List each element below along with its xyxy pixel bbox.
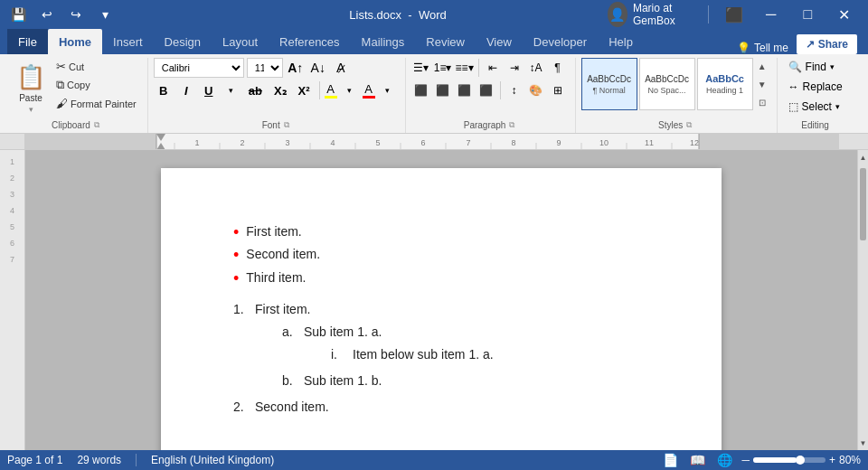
font-expander[interactable]: ⧉	[284, 120, 289, 130]
cut-icon: ✂	[56, 60, 66, 73]
read-mode-btn[interactable]: 📖	[687, 450, 707, 470]
scrollbar-right[interactable]: ▲ ▼	[857, 150, 868, 450]
document-page[interactable]: • First item. • Second item. • Third ite…	[161, 168, 722, 450]
shading-btn[interactable]: 🎨	[526, 80, 546, 100]
shrink-font-btn[interactable]: A↓	[308, 58, 328, 78]
undo-quick-btn[interactable]: ↩	[36, 4, 58, 25]
sub-list-1: a. Sub item 1. a. i. Item below sub item…	[282, 323, 494, 390]
zoom-slider[interactable]	[753, 457, 826, 463]
tab-layout[interactable]: Layout	[212, 29, 269, 54]
italic-button[interactable]: I	[176, 80, 196, 100]
strikethrough-button[interactable]: ab	[244, 80, 267, 100]
tab-developer[interactable]: Developer	[523, 29, 598, 54]
dropdown-arrow-u[interactable]: ▾	[222, 80, 241, 100]
paragraph-expander[interactable]: ⧉	[509, 120, 514, 130]
share-button[interactable]: ↗ Share	[797, 34, 857, 54]
style-no-spacing[interactable]: AaBbCcDc No Spac...	[639, 58, 695, 110]
align-center-btn[interactable]: ⬛	[433, 80, 453, 100]
sub-content-1a: Sub item 1. a. i. Item below sub item 1.…	[304, 323, 494, 368]
layout-view-btn[interactable]: 📄	[660, 450, 680, 470]
borders-btn[interactable]: ⊞	[548, 80, 568, 100]
align-left-btn[interactable]: ⬛	[411, 80, 431, 100]
clear-format-btn[interactable]: A̷	[331, 58, 351, 78]
tab-help[interactable]: Help	[598, 29, 644, 54]
tell-me-area[interactable]: 💡 Tell me	[737, 42, 788, 54]
tab-design[interactable]: Design	[154, 29, 212, 54]
tab-references[interactable]: References	[269, 29, 350, 54]
font-size-select[interactable]: 11	[247, 58, 283, 78]
scroll-up-btn[interactable]: ▲	[858, 150, 868, 164]
styles-scroll-up[interactable]: ▲	[755, 58, 769, 74]
doc-area[interactable]: • First item. • Second item. • Third ite…	[25, 150, 857, 450]
grow-font-btn[interactable]: A↑	[286, 58, 306, 78]
superscript-button[interactable]: X²	[294, 80, 315, 100]
font-name-select[interactable]: Calibri	[154, 58, 244, 78]
scroll-down-btn[interactable]: ▼	[858, 436, 868, 450]
font-color-dropdown[interactable]: ▾	[378, 80, 398, 100]
sub-text-1a: Sub item 1. a.	[304, 324, 382, 339]
paste-button[interactable]: 📋 Paste ▾	[11, 58, 51, 118]
ribbon-display-btn[interactable]: ⬛	[718, 0, 751, 29]
decrease-indent-btn[interactable]: ⇤	[483, 58, 503, 78]
svg-text:7: 7	[466, 138, 470, 147]
tab-mailings[interactable]: Mailings	[351, 29, 416, 54]
sub-sub-list-1: i. Item below sub item 1. a.	[331, 345, 494, 364]
replace-button[interactable]: ↔ Replace	[783, 78, 848, 96]
align-right-btn[interactable]: ⬛	[455, 80, 475, 100]
font-color-btn[interactable]: A	[363, 82, 375, 99]
scroll-thumb[interactable]	[860, 168, 866, 240]
user-avatar: 👤	[608, 2, 627, 27]
tab-insert[interactable]: Insert	[102, 29, 154, 54]
title-bar-right: 👤 Mario at GemBox ⬛ ─ □ ✕	[608, 0, 861, 29]
scroll-track[interactable]	[858, 164, 868, 436]
tab-file[interactable]: File	[7, 29, 48, 54]
tab-home[interactable]: Home	[48, 29, 102, 54]
zoom-in-btn[interactable]: +	[829, 454, 835, 466]
justify-btn[interactable]: ⬛	[476, 80, 496, 100]
save-quick-btn[interactable]: 💾	[7, 4, 29, 25]
numbering-btn[interactable]: 1≡▾	[433, 58, 453, 78]
styles-expander[interactable]: ⧉	[686, 120, 692, 130]
paste-dropdown-arrow[interactable]: ▾	[29, 105, 33, 114]
redo-quick-btn[interactable]: ↪	[65, 4, 87, 25]
minimize-btn[interactable]: ─	[754, 0, 788, 29]
underline-button[interactable]: U	[199, 80, 219, 100]
zoom-out-btn[interactable]: ─	[741, 454, 750, 466]
line-spacing-btn[interactable]: ↕	[505, 80, 524, 100]
format-painter-button[interactable]: 🖌 Format Painter	[52, 95, 140, 112]
paragraph-controls: ☰▾ 1≡▾ ≡≡▾ ⇤ ⇥ ↕A ¶ ⬛ ⬛ ⬛ ⬛ ↕ 🎨	[411, 58, 568, 118]
copy-icon: ⧉	[56, 78, 64, 92]
divider	[319, 81, 320, 99]
show-formatting-btn[interactable]: ¶	[548, 58, 568, 78]
find-dropdown[interactable]: ▾	[830, 62, 835, 71]
sort-btn[interactable]: ↕A	[526, 58, 546, 78]
highlight-dropdown[interactable]: ▾	[340, 80, 360, 100]
status-bar: Page 1 of 1 29 words English (United Kin…	[0, 450, 868, 470]
num-text-1: First item.	[255, 302, 310, 316]
style-heading1[interactable]: AaBbCc Heading 1	[697, 58, 753, 110]
tab-review[interactable]: Review	[415, 29, 476, 54]
close-btn[interactable]: ✕	[827, 0, 861, 29]
select-dropdown[interactable]: ▾	[835, 102, 840, 111]
cut-button[interactable]: ✂ Cut	[52, 58, 140, 75]
increase-indent-btn[interactable]: ⇥	[505, 58, 524, 78]
styles-expand[interactable]: ⊡	[755, 94, 769, 110]
bold-button[interactable]: B	[154, 80, 174, 100]
customize-quick-btn[interactable]: ▾	[94, 4, 116, 25]
restore-btn[interactable]: □	[791, 0, 825, 29]
select-button[interactable]: ⬚ Select ▾	[783, 98, 848, 116]
web-view-btn[interactable]: 🌐	[714, 450, 734, 470]
format-painter-icon: 🖌	[56, 97, 68, 110]
subscript-button[interactable]: X₂	[269, 80, 291, 100]
clipboard-expander[interactable]: ⧉	[94, 120, 99, 130]
find-button[interactable]: 🔍 Find ▾	[783, 58, 848, 76]
tab-view[interactable]: View	[476, 29, 523, 54]
sub-label-1b: b.	[282, 371, 300, 390]
bullets-btn[interactable]: ☰▾	[411, 58, 431, 78]
copy-button[interactable]: ⧉ Copy	[52, 76, 140, 94]
multilevel-btn[interactable]: ≡≡▾	[455, 58, 475, 78]
svg-rect-0	[25, 134, 156, 150]
style-normal[interactable]: AaBbCcDc ¶ Normal	[581, 58, 637, 110]
styles-scroll-down[interactable]: ▼	[755, 76, 769, 92]
text-highlight-btn[interactable]: A	[325, 82, 337, 99]
